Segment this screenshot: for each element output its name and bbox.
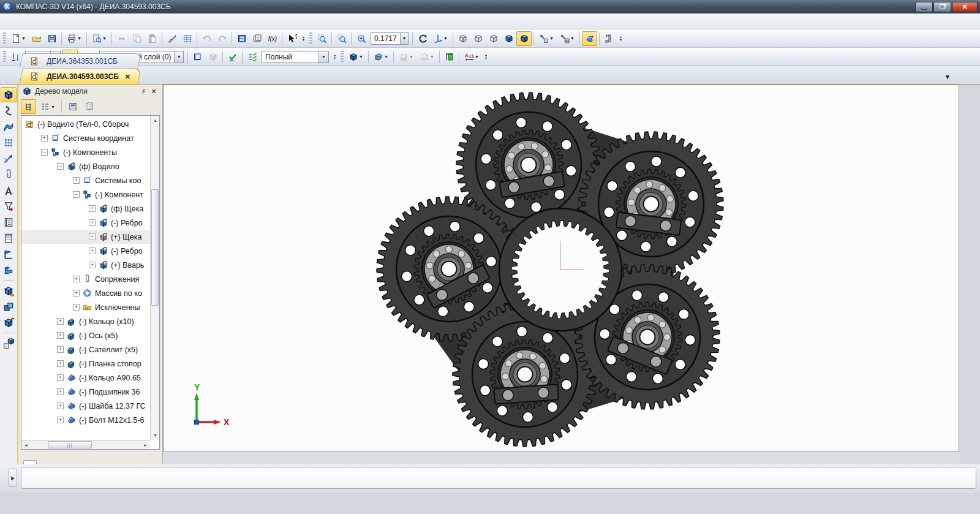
tree-item[interactable]: +Массив по ко [21, 286, 150, 300]
tree-item[interactable]: −(-) Компоненты [21, 145, 150, 159]
chevron-down-icon[interactable]: ▼ [174, 51, 183, 62]
toolbar-overflow-button[interactable]: ▾▾ [331, 50, 339, 64]
rebuild-button[interactable] [244, 50, 260, 64]
tab-list-button[interactable]: ▼ [944, 74, 951, 80]
chevron-down-icon[interactable]: ▼ [400, 33, 408, 44]
hidden-lines-button[interactable] [470, 31, 486, 46]
expand-icon[interactable]: + [41, 135, 48, 142]
library-manager-button[interactable]: ? [249, 31, 265, 46]
libraries-panel-button[interactable] [601, 31, 617, 46]
menu-item[interactable] [36, 20, 48, 23]
tree-horizontal-scrollbar[interactable]: ◄ ||| ► [21, 440, 150, 449]
corner-feature-button[interactable] [1, 262, 17, 278]
additional-window-button[interactable] [81, 99, 97, 114]
spec-manage-button[interactable] [179, 31, 195, 46]
detail-level-combo[interactable]: Полный▼ [262, 51, 329, 63]
redo-button[interactable] [214, 31, 230, 46]
expand-icon[interactable]: + [57, 403, 64, 409]
menu-item[interactable] [9, 20, 21, 23]
collapse-icon[interactable]: − [57, 163, 64, 170]
measure-button[interactable] [1, 183, 17, 198]
wireframe-button[interactable] [455, 31, 470, 46]
expand-icon[interactable]: + [57, 360, 64, 367]
chevron-down-icon[interactable]: ▼ [318, 51, 328, 62]
auxiliary-geometry-button[interactable] [1, 151, 17, 166]
mates-button[interactable] [1, 167, 17, 182]
zoom-scale-combo[interactable]: 0.1717▼ [371, 32, 409, 45]
menu-item[interactable] [103, 20, 115, 23]
toolbar-overflow-button[interactable]: ▾▾ [300, 31, 307, 46]
filters-button[interactable] [1, 198, 17, 214]
tree-item[interactable]: +(-) Болт М12x1.5-6 [21, 413, 150, 427]
tab-close-icon[interactable]: ✕ [125, 73, 130, 81]
tree-item[interactable]: (-) Водило (Тел-0, Сбороч [21, 117, 150, 131]
scroll-thumb[interactable]: ||| [48, 441, 92, 448]
clip-display-button[interactable]: ▼ [371, 50, 391, 64]
document-relations-button[interactable] [65, 99, 80, 114]
toolbar-overflow-button[interactable]: ▾▾ [482, 50, 490, 64]
specification-button[interactable] [1, 214, 17, 230]
menu-item[interactable] [89, 20, 102, 23]
expand-icon[interactable]: + [73, 290, 80, 297]
dimensions-mode-button[interactable] [442, 50, 457, 64]
zoom-selected-button[interactable] [334, 31, 349, 46]
chevron-down-icon[interactable]: ▼ [443, 36, 448, 40]
toolbar-overflow-button[interactable]: ▾▾ [617, 31, 625, 46]
copy-properties-button[interactable] [164, 31, 179, 46]
check-document-button[interactable] [225, 50, 240, 64]
hidden-lines-thin-button[interactable] [486, 31, 501, 46]
expand-icon[interactable]: + [89, 233, 96, 240]
extrude-button[interactable] [1, 283, 17, 298]
tree-vertical-scrollbar[interactable]: ▲ ▼ [150, 116, 159, 440]
tree-item[interactable]: +(-) Подшипник 36 [21, 385, 150, 399]
tree-bottom-tab[interactable] [23, 460, 37, 464]
quick-surfaces-button[interactable]: ▼ [557, 31, 578, 46]
perspective-button[interactable] [582, 31, 597, 46]
component-mate-button[interactable] [1, 336, 17, 351]
undo-button[interactable] [199, 31, 214, 46]
chevron-down-icon[interactable]: ▼ [77, 36, 81, 40]
expand-icon[interactable]: + [57, 346, 64, 353]
chevron-down-icon[interactable]: ▼ [475, 55, 479, 59]
expand-icon[interactable]: + [57, 374, 64, 381]
chevron-down-icon[interactable]: ▼ [549, 36, 554, 40]
restore-button[interactable] [933, 2, 951, 12]
print-button[interactable]: ▼ [64, 31, 85, 46]
shaded-with-edges-button[interactable] [516, 31, 532, 46]
expand-panel-button[interactable]: ▶ [9, 469, 17, 487]
ghost-button[interactable] [205, 50, 221, 64]
chevron-down-icon[interactable]: ▼ [430, 55, 434, 59]
tree-item[interactable]: +(-) Ребро [21, 244, 150, 258]
panel-close-icon[interactable]: ✕ [149, 88, 159, 96]
variables-fx-button[interactable]: f(x) [265, 31, 280, 46]
placement-button[interactable] [1, 246, 17, 262]
3d-viewport[interactable]: YX [163, 85, 959, 452]
tree-item[interactable]: +Системы координат [21, 131, 150, 145]
edit-part-button[interactable] [1, 87, 17, 102]
context-help-button[interactable]: ? [284, 31, 300, 46]
collapse-icon[interactable]: − [73, 191, 80, 198]
tree-item[interactable]: +Сопряжения [21, 272, 150, 286]
menu-item[interactable] [22, 20, 34, 23]
toolbar-grip[interactable] [309, 32, 312, 45]
expand-icon[interactable]: + [89, 205, 96, 212]
chevron-down-icon[interactable]: ▼ [102, 36, 107, 40]
tree-item[interactable]: +xoИсключенны [21, 300, 150, 314]
tree-item[interactable]: +(-) Планка стопор [21, 357, 150, 371]
tree-structure-button[interactable] [21, 99, 36, 114]
menu-item[interactable] [76, 20, 88, 23]
save-button[interactable] [44, 31, 59, 46]
scroll-thumb[interactable] [151, 189, 159, 306]
spatial-curves-button[interactable] [1, 103, 17, 118]
flat-mode-button[interactable]: ▼ [417, 50, 437, 64]
local-cs-button[interactable] [190, 50, 205, 64]
close-button[interactable]: ✕ [952, 2, 978, 12]
minimize-button[interactable] [915, 2, 933, 12]
expand-icon[interactable]: + [73, 276, 80, 282]
menu-item[interactable] [116, 20, 129, 23]
tree-item[interactable]: +(+) Вварь [21, 258, 150, 272]
expand-icon[interactable]: + [89, 262, 96, 268]
tree-sections-button[interactable]: ▼ [37, 99, 58, 114]
surfaces-button[interactable] [1, 119, 17, 134]
chevron-down-icon[interactable]: ▼ [359, 55, 363, 59]
